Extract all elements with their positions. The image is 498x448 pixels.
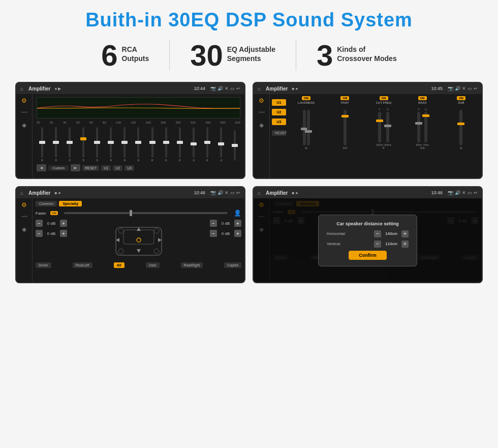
vol-fl-plus[interactable]: + <box>60 220 67 227</box>
eq-u2-btn[interactable]: U2 <box>113 165 122 171</box>
btn-rearright[interactable]: RearRight <box>181 262 203 268</box>
cutfreq-on[interactable]: ON <box>380 96 388 100</box>
eq-sidebar-icon-3[interactable]: ◈ <box>22 122 26 129</box>
freq-400: 400 <box>205 121 210 124</box>
freq-100: 100 <box>116 121 121 124</box>
fader-screen: ⌂ Amplifier ■ ● 10:46 📷 🔊 ✕ ▭ ↩ ⚙ 〰 ◈ <box>15 186 245 283</box>
fader-slider[interactable] <box>64 212 228 214</box>
crossover-dots: ■ ● <box>292 86 298 91</box>
fader-back-icon: ↩ <box>236 190 240 195</box>
bass-val: 3.0 <box>420 146 424 150</box>
btn-user[interactable]: User <box>146 262 160 268</box>
dialog-home-icon[interactable]: ⌂ <box>258 190 261 196</box>
vertical-value: 110cm <box>383 242 399 246</box>
horizontal-minus-btn[interactable]: − <box>374 230 381 237</box>
eq-time: 10:44 <box>194 86 205 91</box>
vol-fr-minus[interactable]: − <box>210 220 217 227</box>
eq-next-btn[interactable]: ► <box>71 164 80 171</box>
fader-sidebar-2[interactable]: 〰 <box>21 214 27 221</box>
vol-rr-plus[interactable]: + <box>234 230 241 237</box>
dialog-dots: ■ ● <box>292 191 298 195</box>
crossover-reset[interactable]: RESET <box>272 130 286 136</box>
loudness-on[interactable]: ON <box>302 96 310 100</box>
sub-val: G <box>460 146 462 150</box>
stat-eq-label: EQ AdjustableSegments <box>227 41 275 63</box>
crossover-sidebar-2[interactable]: 〰 <box>259 109 265 116</box>
phat-on[interactable]: ON <box>340 96 349 100</box>
bass-title: BASS <box>418 101 426 104</box>
eq-custom-btn[interactable]: Custom <box>48 165 69 171</box>
crossover-preset-u3[interactable]: U3 <box>272 118 286 125</box>
vertical-minus-btn[interactable]: − <box>374 241 381 248</box>
freq-40: 40 <box>63 121 67 124</box>
fader-tabs: Common Specialty <box>36 201 241 206</box>
vol-rl-minus[interactable]: − <box>36 230 43 237</box>
vol-left: − 0 dB + − 0 dB + <box>36 220 67 260</box>
fader-sidebar: ⚙ 〰 ◈ <box>16 198 33 282</box>
freq-80: 80 <box>103 121 106 124</box>
btn-all[interactable]: All <box>114 262 124 268</box>
fader-sidebar-3[interactable]: ◈ <box>22 226 26 233</box>
vertical-plus-btn[interactable]: + <box>401 241 409 248</box>
vol-fl: − 0 dB + <box>36 220 67 227</box>
sub-on[interactable]: ON <box>457 96 465 100</box>
tab-specialty[interactable]: Specialty <box>59 201 82 206</box>
crossover-preset-u2[interactable]: U2 <box>272 109 286 115</box>
bass-on[interactable]: ON <box>418 96 427 100</box>
fader-volume-icon: 🔊 <box>217 190 223 195</box>
crossover-sidebar-3[interactable]: ◈ <box>259 122 264 129</box>
stat-crossover-number: 3 <box>317 41 333 70</box>
btn-rearleft[interactable]: RearLeft <box>73 262 92 268</box>
crossover-col-phat: ON PHAT 3.0 <box>326 96 363 176</box>
btn-driver[interactable]: Driver <box>36 262 51 268</box>
eq-dots: ● ▶ <box>54 86 61 91</box>
eq-u3-btn[interactable]: U3 <box>124 165 134 171</box>
vol-rr-minus[interactable]: − <box>210 230 217 237</box>
person-icon: 👤 <box>234 210 241 217</box>
crossover-home-icon[interactable]: ⌂ <box>258 86 261 92</box>
eq-slider-13: 0 <box>202 127 213 162</box>
fader-content: ⚙ 〰 ◈ Common Specialty Fader ON <box>16 198 244 282</box>
crossover-topbar: ⌂ Amplifier ■ ● 10:45 📷 🔊 ✕ ▭ ↩ <box>254 83 482 94</box>
distance-dialog-overlay: Car speaker distance setting Horizontal … <box>254 198 482 282</box>
camera-icon: 📷 <box>210 86 216 91</box>
freq-160: 160 <box>146 121 151 124</box>
eq-reset-btn[interactable]: RESET <box>82 165 99 171</box>
crossover-close-icon: ✕ <box>462 86 466 91</box>
dialog-back-icon: ↩ <box>474 190 478 195</box>
fader-home-icon[interactable]: ⌂ <box>20 190 23 196</box>
freq-50: 50 <box>76 121 80 124</box>
fader-on-badge[interactable]: ON <box>50 211 58 215</box>
eq-sidebar-icon-1[interactable]: ⚙ <box>21 97 27 104</box>
crossover-sidebar-1[interactable]: ⚙ <box>259 97 264 104</box>
svg-point-11 <box>154 228 159 233</box>
crossover-volume-icon: 🔊 <box>455 86 460 91</box>
svg-marker-7 <box>137 249 141 253</box>
horizontal-value: 140cm <box>383 231 399 236</box>
tab-common[interactable]: Common <box>36 201 57 206</box>
vol-rl-plus[interactable]: + <box>60 230 67 237</box>
confirm-button[interactable]: Confirm <box>349 251 387 260</box>
freq-250: 250 <box>175 121 180 124</box>
dialog-window-icon: ▭ <box>468 190 472 195</box>
screens-grid: ⌂ Amplifier ● ▶ 10:44 📷 🔊 ✕ ▭ ↩ ⚙ 〰 ◈ <box>15 82 483 283</box>
dialog-content: ⚙ 〰 ◈ Common Specialty Fader ON <box>254 198 482 282</box>
crossover-camera-icon: 📷 <box>448 86 453 91</box>
freq-200: 200 <box>161 121 166 124</box>
eq-title: Amplifier <box>28 86 50 92</box>
eq-prev-btn[interactable]: ◄ <box>37 164 46 171</box>
home-icon[interactable]: ⌂ <box>20 86 23 92</box>
eq-sidebar-icon-2[interactable]: 〰 <box>21 109 27 116</box>
svg-point-13 <box>154 249 159 254</box>
vol-fr-plus[interactable]: + <box>234 220 241 227</box>
btn-copilot[interactable]: Copilot <box>224 262 241 268</box>
vol-fl-minus[interactable]: − <box>36 220 43 227</box>
volume-icon: 🔊 <box>217 86 223 91</box>
horizontal-plus-btn[interactable]: + <box>401 230 409 237</box>
crossover-col-bass: ON BASS F 90Hz <box>404 96 441 176</box>
eq-u1-btn[interactable]: U1 <box>101 165 111 171</box>
crossover-preset-u1[interactable]: U1 <box>272 99 286 106</box>
close-icon: ✕ <box>225 86 229 91</box>
car-speaker-diagram <box>111 220 167 260</box>
fader-sidebar-1[interactable]: ⚙ <box>21 201 27 208</box>
